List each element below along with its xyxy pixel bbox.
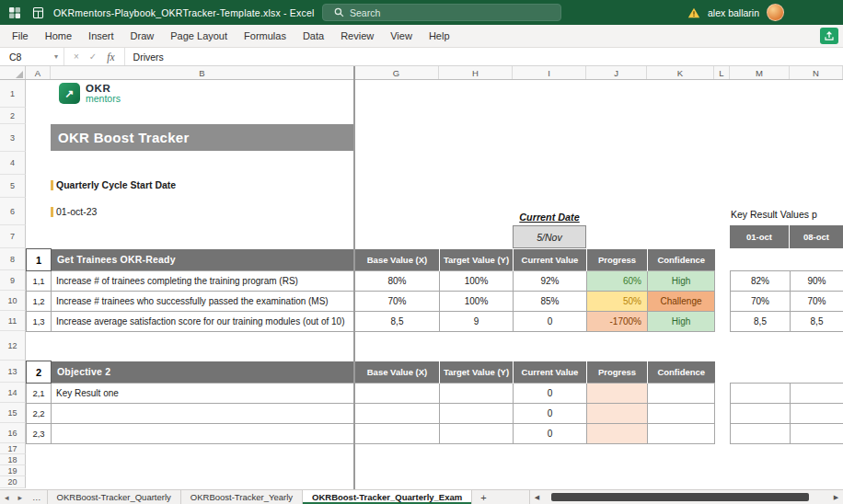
ribbon-tab-help[interactable]: Help [421,25,458,47]
kr-index-cell[interactable]: 2,3 [27,424,52,444]
target-value-header[interactable]: Target Value (Y) [440,249,514,271]
objective-title-cell[interactable]: Objective 2 [52,361,355,384]
week-header-1[interactable]: 01-oct [730,225,790,248]
row-header-9[interactable]: 9 [0,270,26,291]
kr-index-cell[interactable]: 2,2 [27,404,52,424]
ribbon-tab-file[interactable]: File [4,25,37,47]
user-name[interactable]: alex ballarin [708,7,759,18]
kr-label-cell[interactable] [52,404,355,424]
scroll-left-icon[interactable]: ◀ [530,494,544,501]
horizontal-scrollbar[interactable]: ◀ ▶ [529,490,843,504]
kr-index-cell[interactable]: 1,1 [27,271,52,292]
current-value-header[interactable]: Current Value [514,361,587,384]
week-value-cell[interactable]: 82% [731,271,791,292]
ribbon-tab-data[interactable]: Data [294,25,332,47]
kr-index-cell[interactable]: 1,3 [27,312,52,332]
column-header-m[interactable]: M [730,66,790,79]
avatar[interactable] [767,4,784,21]
row-header-7[interactable]: 7 [0,225,26,248]
target-value-header[interactable]: Target Value (Y) [440,361,514,384]
tabs-overflow-indicator[interactable]: … [27,490,47,504]
row-header-2[interactable]: 2 [0,108,26,124]
progress-cell[interactable] [587,404,648,424]
progress-cell[interactable] [587,384,648,404]
kr-label-cell[interactable]: Increase # trainees who successfully pas… [52,292,355,312]
kr-index-cell[interactable]: 2,1 [27,384,52,404]
week-value-cell[interactable] [731,384,791,404]
row-header-18[interactable]: 18 [0,454,26,465]
base-value-header[interactable]: Base Value (X) [355,249,440,271]
confidence-header[interactable]: Confidence [648,249,715,271]
confidence-cell[interactable]: Challenge [648,292,715,312]
kr-label-cell[interactable] [52,424,355,444]
current-value-cell[interactable]: 85% [514,292,587,312]
column-header-l[interactable]: L [714,66,730,79]
row-header-13[interactable]: 13 [0,361,26,383]
scrollbar-thumb[interactable] [551,493,809,501]
row-header-15[interactable]: 15 [0,403,26,423]
share-button[interactable] [820,28,838,44]
base-value-header[interactable]: Base Value (X) [355,361,440,384]
row-header-19[interactable]: 19 [0,465,26,476]
confidence-cell[interactable]: High [648,312,715,332]
column-header-h[interactable]: H [439,66,513,79]
week-value-cell[interactable]: 70% [791,292,843,312]
kr-label-cell[interactable]: Key Result one [52,384,355,404]
confidence-header[interactable]: Confidence [648,361,715,384]
row-header-6[interactable]: 6 [0,198,26,225]
week-value-cell[interactable] [731,424,791,444]
current-value-cell[interactable]: 0 [514,384,587,404]
enter-icon[interactable]: ✓ [89,52,97,62]
week-value-cell[interactable]: 90% [791,271,843,292]
scrollbar-track[interactable] [544,490,829,504]
row-header-4[interactable]: 4 [0,152,26,175]
objective-number-cell[interactable]: 1 [27,249,52,271]
confidence-cell[interactable] [648,404,715,424]
target-value-cell[interactable]: 9 [440,312,514,332]
current-value-cell[interactable]: 0 [514,404,587,424]
column-header-j[interactable]: J [586,66,647,79]
base-value-cell[interactable] [355,424,440,444]
row-header-3[interactable]: 3 [0,124,26,152]
objective-title-cell[interactable]: Get Trainees OKR-Ready [52,249,355,271]
progress-cell[interactable]: 60% [587,271,648,292]
confidence-cell[interactable]: High [648,271,715,292]
cycle-start-date-label[interactable]: Quarterly Cycle Start Date [56,179,176,190]
week-value-cell[interactable] [791,384,843,404]
ribbon-tab-formulas[interactable]: Formulas [236,25,294,47]
week-value-cell[interactable]: 70% [731,292,791,312]
target-value-cell[interactable]: 100% [440,271,514,292]
workbook-title-banner[interactable]: OKR Boost Tracker [51,124,354,151]
progress-cell[interactable]: 50% [587,292,648,312]
target-value-cell[interactable] [440,384,514,404]
progress-header[interactable]: Progress [587,361,648,384]
progress-cell[interactable]: -1700% [587,312,648,332]
current-date-value-cell[interactable]: 5/Nov [513,225,586,248]
target-value-cell[interactable]: 100% [440,292,514,312]
base-value-cell[interactable]: 70% [355,292,440,312]
week-value-cell[interactable] [731,404,791,424]
chevron-down-icon[interactable]: ▾ [54,52,58,61]
row-header-11[interactable]: 11 [0,311,26,331]
insert-function-icon[interactable]: fx [107,52,114,63]
select-all-corner[interactable] [0,66,26,79]
row-header-16[interactable]: 16 [0,423,26,443]
column-header-k[interactable]: K [647,66,714,79]
confidence-cell[interactable] [648,384,715,404]
kr-label-cell[interactable]: Increase # of trainees completing the tr… [52,271,355,292]
base-value-cell[interactable] [355,404,440,424]
sheet-tab-yearly[interactable]: OKRBoost-Tracker_Yearly [181,490,303,504]
warning-icon[interactable] [687,7,700,18]
row-header-14[interactable]: 14 [0,383,26,403]
current-value-cell[interactable]: 92% [514,271,587,292]
row-header-5[interactable]: 5 [0,175,26,198]
sheet-tab-quarterly[interactable]: OKRBoost-Tracker_Quarterly [47,490,181,504]
row-header-20[interactable]: 20 [0,476,26,488]
base-value-cell[interactable]: 80% [355,271,440,292]
target-value-cell[interactable] [440,404,514,424]
key-result-values-label[interactable]: Key Result Values p [731,209,817,220]
ribbon-tab-view[interactable]: View [382,25,421,47]
objective-number-cell[interactable]: 2 [27,361,52,384]
tabs-scroll-right-icon[interactable]: ▸ [14,490,28,504]
current-date-label[interactable]: Current Date [513,212,586,223]
